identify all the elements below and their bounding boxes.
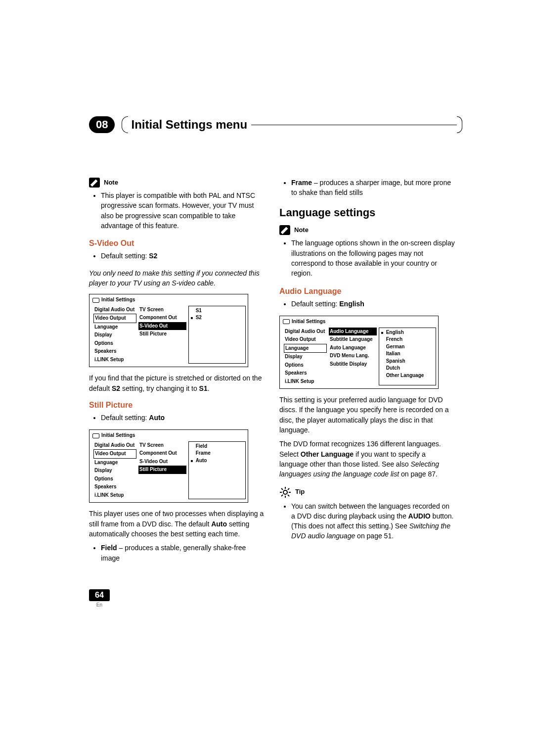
- note-label: Note: [104, 178, 118, 188]
- osd-value-item: Auto: [191, 457, 243, 465]
- osd-title: Initial Settings: [89, 294, 248, 306]
- frame-bullet: Frame – produces a sharper image, but mo…: [291, 178, 455, 198]
- osd-value-item: S1: [191, 307, 243, 315]
- osd-title: Initial Settings: [89, 430, 248, 441]
- svg-point-0: [283, 490, 287, 494]
- osd-category-item: Video Output: [93, 314, 136, 323]
- still-heading: Still Picture: [89, 399, 265, 411]
- language-settings-heading: Language settings: [279, 205, 455, 221]
- osd-category-item: i.LINK Setup: [93, 356, 136, 364]
- osd-category-item: Speakers: [284, 369, 327, 378]
- osd-value-item: S2: [191, 314, 243, 322]
- still-para: This player uses one of two processes wh…: [89, 509, 265, 539]
- still-default: Default setting: Auto: [101, 413, 265, 423]
- lang-note-text: The language options shown in the on-scr…: [291, 238, 455, 278]
- pencil-icon: [279, 225, 290, 235]
- osd-value-item: Field: [191, 443, 243, 450]
- osd-value-item: English: [381, 329, 434, 336]
- osd-sub-item: S-Video Out: [138, 458, 186, 466]
- left-column: Note This player is compatible with both…: [89, 178, 265, 570]
- right-column: Frame – produces a sharper image, but mo…: [279, 178, 455, 570]
- osd-value-item: German: [381, 343, 434, 351]
- osd-value-item: Spanish: [381, 358, 434, 365]
- page-footer: 64 En: [89, 589, 110, 608]
- osd-sub-item: Component Out: [138, 449, 186, 458]
- svg-line-6: [288, 495, 289, 496]
- audio-para1: This setting is your preferred audio lan…: [279, 395, 455, 435]
- osd-sub-item: S-Video Out: [138, 322, 186, 331]
- osd-category-item: Digital Audio Out: [93, 306, 136, 314]
- svideo-after: If you find that the picture is stretche…: [89, 373, 265, 393]
- osd-sub-item: Still Picture: [138, 330, 186, 338]
- osd-sub-item: TV Screen: [138, 441, 186, 450]
- osd-category-item: Video Output: [93, 449, 136, 459]
- osd-category-item: Language: [284, 344, 327, 353]
- pencil-icon: [89, 178, 100, 188]
- page-lang: En: [89, 602, 110, 608]
- osd-value-item: French: [381, 336, 434, 343]
- osd-sub-item: Audio Language: [329, 328, 377, 336]
- field-bullet: Field – produces a stable, generally sha…: [101, 543, 265, 563]
- osd-category-item: Language: [93, 459, 136, 467]
- osd-sub-item: Component Out: [138, 314, 186, 322]
- osd-value-item: Dutch: [381, 365, 434, 372]
- osd-sub-item: Subtitle Display: [329, 360, 377, 369]
- osd-category-item: Video Output: [284, 335, 327, 344]
- tip-text: You can switch between the languages rec…: [291, 501, 455, 541]
- osd-category-item: Display: [284, 353, 327, 361]
- osd-category-item: Speakers: [93, 483, 136, 491]
- note-header: Note: [89, 178, 265, 188]
- note-text: This player is compatible with both PAL …: [101, 190, 265, 231]
- osd-value-item: Other Language: [381, 372, 434, 379]
- osd-category-item: i.LINK Setup: [284, 378, 327, 386]
- osd-category-item: Options: [93, 475, 136, 483]
- osd-category-item: Options: [93, 339, 136, 348]
- osd-value-item: Frame: [191, 450, 243, 457]
- svg-line-8: [288, 488, 289, 490]
- svideo-italic: You only need to make this setting if yo…: [89, 268, 265, 288]
- tip-header: Tip: [279, 486, 455, 498]
- page-number: 64: [89, 589, 110, 601]
- svideo-default: Default setting: S2: [101, 251, 265, 261]
- osd-category-item: Speakers: [93, 347, 136, 356]
- svg-line-5: [281, 488, 283, 490]
- osd-category-item: Digital Audio Out: [93, 441, 136, 450]
- osd-sub-item: Subtitle Language: [329, 335, 377, 344]
- osd-title: Initial Settings: [280, 316, 438, 328]
- audio-para2: The DVD format recognizes 136 different …: [279, 439, 455, 479]
- osd-category-item: Language: [93, 323, 136, 331]
- tip-label: Tip: [295, 487, 305, 497]
- svg-line-7: [281, 495, 283, 496]
- osd-sub-item: Auto Language: [329, 344, 377, 352]
- osd-category-item: i.LINK Setup: [93, 491, 136, 500]
- audio-lang-heading: Audio Language: [279, 285, 455, 297]
- osd-still: Initial SettingsDigital Audio OutVideo O…: [89, 429, 248, 503]
- osd-audio: Initial SettingsDigital Audio OutVideo O…: [279, 316, 439, 389]
- osd-category-item: Display: [93, 331, 136, 339]
- osd-svideo: Initial SettingsDigital Audio OutVideo O…: [89, 294, 248, 367]
- note-label: Note: [294, 226, 309, 235]
- audio-default: Default setting: English: [291, 299, 455, 309]
- osd-sub-item: DVD Menu Lang.: [329, 352, 377, 360]
- svideo-heading: S-Video Out: [89, 237, 265, 249]
- osd-sub-item: Still Picture: [138, 466, 186, 474]
- chapter-title: Initial Settings menu: [131, 118, 247, 132]
- osd-category-item: Options: [284, 361, 327, 370]
- chapter-number: 08: [89, 116, 115, 133]
- osd-sub-item: TV Screen: [138, 306, 186, 314]
- chapter-header: 08 Initial Settings menu: [89, 116, 462, 133]
- osd-value-item: Italian: [381, 350, 434, 358]
- gear-icon: [279, 486, 291, 498]
- osd-category-item: Digital Audio Out: [284, 328, 327, 336]
- osd-category-item: Display: [93, 467, 136, 475]
- note-header: Note: [279, 225, 455, 235]
